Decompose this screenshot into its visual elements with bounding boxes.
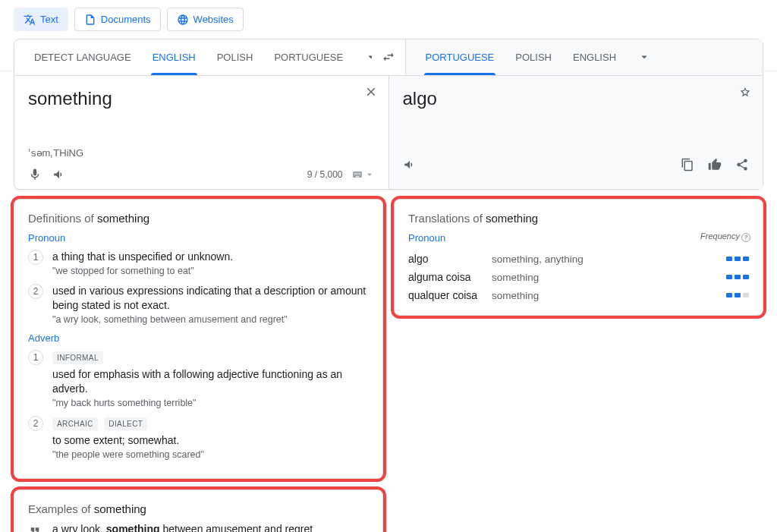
chevron-down-icon (364, 50, 371, 64)
copy-translation-button[interactable] (681, 158, 694, 172)
frequency-label: Frequency (700, 231, 740, 241)
save-translation-button[interactable] (738, 85, 752, 99)
copy-icon (681, 158, 694, 172)
star-outline-icon (738, 85, 752, 99)
translation-term: alguma coisa (408, 271, 492, 283)
speaker-icon (52, 168, 66, 181)
lang-tab-tgt-1[interactable]: POLISH (505, 39, 562, 75)
definition-example: "a wry look, something between amusement… (52, 314, 369, 325)
translations-pos-label: Pronoun (408, 232, 749, 244)
lang-tab-src-2[interactable]: PORTUGUESE (263, 39, 354, 75)
lang-tab-detect[interactable]: DETECT LANGUAGE (24, 39, 142, 75)
translation-term: qualquer coisa (408, 289, 492, 301)
lang-tab-tgt-0[interactable]: PORTUGUESE (415, 39, 505, 75)
definitions-title: Definitions of something (28, 212, 369, 225)
left-column: Definitions of something Pronoun 1 a thi… (14, 199, 383, 532)
definition-number: 1 (28, 350, 43, 365)
target-pane: algo (388, 76, 763, 190)
definition-tags: INFORMAL (52, 350, 369, 364)
help-icon[interactable]: ? (741, 233, 750, 242)
translate-panes: something ˈsəmˌTHiNG 9 / 5,000 (14, 76, 763, 190)
rate-translation-button[interactable] (708, 158, 722, 172)
translations-title-word: something (486, 212, 538, 225)
chevron-down-icon (637, 50, 651, 64)
microphone-icon (28, 168, 42, 181)
listen-source-button[interactable] (52, 168, 66, 182)
swap-languages-button[interactable] (382, 50, 395, 65)
reverse-translations: something, anything (492, 253, 711, 265)
char-counter: 9 / 5,000 (307, 169, 343, 180)
clear-source-button[interactable] (364, 85, 378, 99)
document-icon (84, 13, 96, 26)
definitions-title-prefix: Definitions of (28, 212, 94, 225)
caret-down-icon (364, 169, 375, 180)
mode-chip-label: Text (40, 14, 58, 25)
examples-title-prefix: Examples of (28, 502, 91, 515)
definition-number: 1 (28, 250, 43, 265)
voice-input-button[interactable] (28, 168, 42, 182)
translations-title-prefix: Translations of (408, 212, 483, 225)
translation-row[interactable]: qualquer coisa something (408, 286, 749, 304)
translate-panel: DETECT LANGUAGE ENGLISH POLISH PORTUGUES… (14, 39, 763, 190)
mode-chip-label: Websites (193, 14, 234, 25)
thumbs-icon (708, 158, 722, 172)
tgt-lang-expand[interactable] (627, 50, 662, 65)
translation-row[interactable]: algo something, anything (408, 250, 749, 268)
target-text: algo (403, 87, 750, 111)
reverse-translations: something (492, 272, 711, 283)
reverse-translations: something (492, 290, 711, 301)
swap-icon (382, 50, 395, 64)
examples-title: Examples of something (28, 502, 369, 515)
definition-number: 2 (28, 284, 43, 299)
mode-chip-row: Text Documents Websites (0, 0, 777, 39)
translations-card: Translations of something Frequency? Pro… (394, 199, 763, 316)
definition-example: "we stopped for something to eat" (52, 266, 369, 276)
listen-target-button[interactable] (403, 158, 417, 172)
source-lang-side: DETECT LANGUAGE ENGLISH POLISH PORTUGUES… (14, 39, 372, 75)
definition-number: 2 (28, 416, 43, 431)
frequency-bars (711, 293, 749, 297)
pos-label-adverb: Adverb (28, 332, 369, 344)
keyboard-icon (352, 169, 363, 180)
mode-chip-websites[interactable]: Websites (167, 8, 244, 31)
frequency-header: Frequency? (700, 231, 750, 242)
definition-tags: ARCHAIC DIALECT (52, 416, 369, 430)
mode-chip-label: Documents (101, 14, 151, 25)
quote-icon (28, 523, 42, 532)
example-post: between amusement and regret (160, 523, 313, 532)
translation-row[interactable]: alguma coisa something (408, 268, 749, 286)
definition-item: 2 ARCHAIC DIALECT to some extent; somewh… (28, 416, 369, 460)
lang-tab-tgt-2[interactable]: ENGLISH (562, 39, 627, 75)
definition-example: "my back hurts something terrible" (52, 398, 369, 408)
definition-item: 2 used in various expressions indicating… (28, 284, 369, 325)
translation-term: algo (408, 253, 492, 265)
translate-icon (24, 13, 36, 26)
example-row: a wry look, something between amusement … (28, 523, 369, 532)
definitions-card: Definitions of something Pronoun 1 a thi… (14, 199, 383, 479)
register-tag: DIALECT (104, 417, 147, 430)
definition-text: used in various expressions indicating t… (52, 284, 369, 313)
mode-chip-documents[interactable]: Documents (74, 8, 161, 31)
register-tag: INFORMAL (52, 351, 103, 364)
definitions-title-word: something (97, 212, 149, 225)
share-translation-button[interactable] (735, 158, 749, 172)
example-text: a wry look, something between amusement … (52, 523, 313, 532)
source-text-input[interactable]: something (28, 87, 375, 111)
translations-title: Translations of something (408, 212, 749, 225)
lang-tab-src-0[interactable]: ENGLISH (142, 39, 206, 75)
input-method-button[interactable] (352, 169, 375, 180)
definition-example: "the people were something scared" (52, 449, 369, 460)
lang-tab-src-1[interactable]: POLISH (206, 39, 264, 75)
mode-chip-text[interactable]: Text (14, 8, 68, 31)
source-phonetic: ˈsəmˌTHiNG (28, 147, 375, 159)
target-lang-side: PORTUGUESE POLISH ENGLISH (405, 39, 763, 75)
frequency-bars (711, 275, 749, 279)
example-pre: a wry look, (52, 523, 106, 532)
definition-text: a thing that is unspecified or unknown. (52, 250, 369, 264)
example-bold: something (106, 523, 160, 532)
pos-label-pronoun: Pronoun (28, 232, 369, 244)
src-lang-expand[interactable] (354, 50, 371, 65)
frequency-bars (711, 257, 749, 261)
globe-icon (177, 13, 189, 26)
examples-title-word: something (94, 502, 146, 515)
